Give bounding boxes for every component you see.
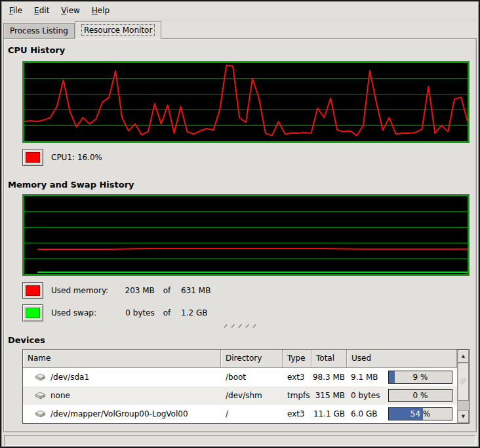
- scroll-up-button[interactable]: ▲: [458, 350, 469, 363]
- memory-swap-title: Memory and Swap History: [8, 180, 476, 190]
- device-type: ext3: [283, 409, 311, 418]
- device-name: /dev/mapper/VolGroup00-LogVol00: [50, 409, 188, 418]
- column-header-used[interactable]: Used: [347, 350, 457, 368]
- device-name: /dev/sda1: [50, 373, 89, 382]
- devices-table-header: Name Directory Type Total Used: [23, 350, 457, 368]
- device-usage-progressbar: 54 % 54 %: [388, 407, 452, 420]
- status-bar: [4, 435, 476, 446]
- device-name-cell: none: [23, 390, 221, 401]
- memory-swap-chart-frame: [22, 194, 470, 276]
- usage-percent-label: 9 %: [389, 371, 452, 383]
- used-swap-value: 0 bytes: [119, 308, 155, 317]
- column-header-name[interactable]: Name: [23, 350, 221, 368]
- memory-swap-chart: [23, 195, 469, 275]
- hard-drive-icon: [33, 409, 47, 419]
- device-total: 315 MB: [311, 391, 347, 400]
- cpu1-legend-label: CPU1: 16.0%: [51, 153, 102, 162]
- used-memory-legend-text: Used memory: 203 MB of 631 MB: [51, 286, 210, 295]
- used-memory-value: 203 MB: [119, 286, 155, 295]
- devices-table-body: /dev/sda1 /boot ext3 98.3 MB 9.1 MB 9 % …: [23, 368, 457, 423]
- used-memory-color-swatch[interactable]: [22, 282, 43, 299]
- column-header-type[interactable]: Type: [283, 350, 311, 368]
- tab-process-listing-label: Process Listing: [10, 26, 68, 35]
- used-swap-of: of: [163, 308, 171, 317]
- resource-monitor-page: CPU History CPU1: 16.0% Memory and Swap …: [3, 38, 477, 432]
- menu-file[interactable]: File: [3, 3, 28, 18]
- scroll-down-button[interactable]: ▼: [458, 410, 469, 423]
- grip-slash-icon: [238, 323, 242, 327]
- cpu1-color-swatch[interactable]: [22, 149, 43, 166]
- pane-resize-grip[interactable]: [4, 323, 476, 328]
- devices-table: Name Directory Type Total Used: [22, 349, 470, 424]
- used-swap-color-fill: [26, 308, 40, 318]
- menu-view[interactable]: View: [55, 3, 85, 18]
- device-total: 11.1 GB: [311, 409, 347, 418]
- usage-percent-label-light: 54 %: [389, 408, 423, 420]
- tab-resource-monitor-label: Resource Monitor: [81, 24, 155, 36]
- scroll-up-icon: ▲: [462, 354, 465, 359]
- tab-strip: Process Listing Resource Monitor: [1, 20, 479, 38]
- grip-slash-icon: [252, 323, 256, 327]
- usage-percent-label-light: 9 %: [389, 371, 395, 383]
- device-row[interactable]: none /dev/shm tmpfs 315 MB 0 bytes 0 % 0…: [23, 386, 457, 405]
- grip-slash-icon: [224, 323, 228, 327]
- scrollbar-thumb[interactable]: [458, 363, 469, 401]
- hard-drive-icon: [33, 390, 47, 401]
- device-used-value: 0 bytes: [351, 391, 380, 400]
- scrollbar-trough[interactable]: [458, 401, 469, 410]
- device-used-cell: 6.0 GB 54 % 54 %: [347, 407, 457, 420]
- device-directory: /boot: [221, 373, 283, 382]
- used-swap-color-swatch[interactable]: [22, 304, 43, 321]
- device-name: none: [50, 391, 70, 400]
- used-memory-label: Used memory:: [51, 286, 117, 295]
- menu-bar: File Edit View Help: [1, 1, 479, 20]
- cpu-history-title: CPU History: [8, 45, 476, 55]
- tab-resource-monitor[interactable]: Resource Monitor: [75, 21, 161, 39]
- app-window: { "menu": { "items": [ {"label": "File"}…: [0, 0, 480, 448]
- used-memory-color-fill: [26, 285, 40, 296]
- devices-scrollbar[interactable]: ▲ ▼: [457, 350, 469, 423]
- device-name-cell: /dev/mapper/VolGroup00-LogVol00: [23, 409, 221, 419]
- device-row[interactable]: /dev/sda1 /boot ext3 98.3 MB 9.1 MB 9 % …: [23, 368, 457, 386]
- device-usage-progressbar: 9 % 9 %: [388, 371, 452, 384]
- device-usage-progressbar: 0 % 0 %: [388, 389, 452, 402]
- grip-slash-icon: [231, 323, 235, 327]
- column-header-total[interactable]: Total: [311, 350, 347, 368]
- device-type: ext3: [283, 373, 311, 382]
- cpu-history-chart: [23, 62, 469, 142]
- memory-total-value: 631 MB: [181, 286, 210, 295]
- column-header-directory[interactable]: Directory: [221, 350, 283, 368]
- device-total: 98.3 MB: [311, 373, 347, 382]
- device-used-cell: 9.1 MB 9 % 9 %: [347, 371, 457, 384]
- menu-edit[interactable]: Edit: [28, 3, 55, 18]
- usage-percent-label: 0 %: [389, 390, 452, 401]
- hard-drive-icon: [33, 372, 47, 382]
- device-row[interactable]: /dev/mapper/VolGroup00-LogVol00 / ext3 1…: [23, 405, 457, 423]
- used-memory-legend-row: Used memory: 203 MB of 631 MB: [22, 282, 476, 299]
- scroll-down-icon: ▼: [462, 414, 465, 419]
- tab-process-listing[interactable]: Process Listing: [3, 23, 75, 38]
- device-used-value: 9.1 MB: [351, 373, 378, 382]
- devices-table-main: Name Directory Type Total Used: [23, 350, 457, 423]
- device-used-value: 6.0 GB: [351, 409, 377, 418]
- cpu-history-chart-frame: [22, 61, 470, 143]
- usage-progress-fill: 54 %: [389, 408, 423, 420]
- used-swap-legend-text: Used swap: 0 bytes of 1.2 GB: [51, 308, 208, 317]
- used-memory-of: of: [163, 286, 171, 295]
- swap-total-value: 1.2 GB: [181, 308, 207, 317]
- device-directory: /: [221, 409, 283, 418]
- cpu-legend-row: CPU1: 16.0%: [22, 149, 476, 166]
- grip-slash-icon: [245, 323, 249, 327]
- device-directory: /dev/shm: [221, 391, 283, 400]
- menu-help[interactable]: Help: [86, 3, 115, 18]
- device-used-cell: 0 bytes 0 % 0 %: [347, 389, 457, 402]
- used-swap-legend-row: Used swap: 0 bytes of 1.2 GB: [22, 304, 476, 321]
- device-name-cell: /dev/sda1: [23, 372, 221, 382]
- device-type: tmpfs: [283, 391, 311, 400]
- devices-title: Devices: [8, 335, 476, 345]
- scrollbar-grip-icon: [460, 378, 467, 386]
- usage-progress-fill: 9 %: [389, 371, 395, 383]
- used-swap-label: Used swap:: [51, 308, 117, 317]
- cpu1-color-fill: [26, 152, 40, 163]
